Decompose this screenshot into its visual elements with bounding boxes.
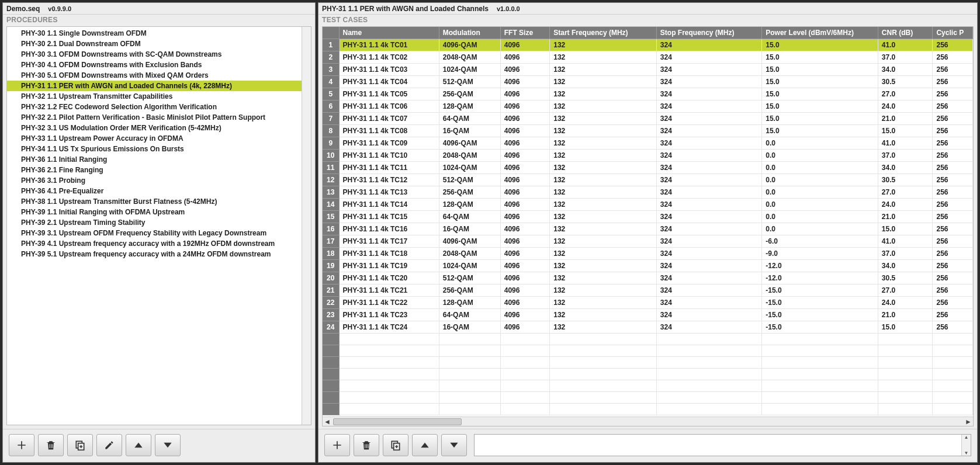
procedure-item[interactable]: PHY-39 3.1 Upstream OFDM Frequency Stabi… xyxy=(7,228,311,238)
table-cell[interactable]: 324 xyxy=(656,321,761,334)
table-cell[interactable]: 324 xyxy=(656,223,761,235)
table-cell[interactable]: 34.0 xyxy=(878,260,933,272)
table-cell[interactable]: 256 xyxy=(933,297,973,309)
procedure-item[interactable]: PHY-34 1.1 US Tx Spurious Emissions On B… xyxy=(7,144,311,154)
table-cell[interactable]: 4096 xyxy=(500,51,549,64)
table-cell[interactable]: 30.5 xyxy=(878,76,933,88)
table-cell[interactable]: 64-QAM xyxy=(439,309,500,321)
table-cell[interactable]: 132 xyxy=(550,162,657,174)
table-cell[interactable]: 324 xyxy=(656,248,761,260)
table-cell[interactable] xyxy=(339,357,439,369)
table-row[interactable]: 1PHY-31 1.1 4k TC014096-QAM409613232415.… xyxy=(323,39,973,51)
table-cell[interactable]: 1024-QAM xyxy=(439,162,500,174)
table-cell[interactable]: 324 xyxy=(656,137,761,150)
table-cell[interactable]: 4096 xyxy=(500,223,549,235)
table-cell[interactable] xyxy=(878,380,933,392)
table-cell[interactable]: 132 xyxy=(550,39,657,51)
procedure-item[interactable]: PHY-30 1.1 Single Downstream OFDM xyxy=(7,28,311,39)
table-cell[interactable]: 15.0 xyxy=(762,125,878,137)
table-cell[interactable]: PHY-31 1.1 4k TC09 xyxy=(339,137,439,150)
table-cell[interactable]: -12.0 xyxy=(762,272,878,284)
table-cell[interactable]: 30.5 xyxy=(878,272,933,284)
table-cell[interactable]: 324 xyxy=(656,260,761,272)
row-number-cell[interactable]: 10 xyxy=(323,150,339,162)
table-cell[interactable]: PHY-31 1.1 4k TC12 xyxy=(339,174,439,186)
row-number-cell[interactable] xyxy=(323,392,339,404)
table-cell[interactable]: 256 xyxy=(933,76,973,88)
table-cell[interactable]: 0.0 xyxy=(762,211,878,223)
table-cell[interactable]: 34.0 xyxy=(878,162,933,174)
table-cell[interactable]: PHY-31 1.1 4k TC13 xyxy=(339,186,439,199)
table-cell[interactable]: 324 xyxy=(656,39,761,51)
table-cell[interactable]: 324 xyxy=(656,125,761,137)
procedure-item[interactable]: PHY-30 3.1 OFDM Downstreams with SC-QAM … xyxy=(7,49,311,60)
row-number-cell[interactable]: 6 xyxy=(323,100,339,113)
table-cell[interactable] xyxy=(656,369,761,380)
table-cell[interactable] xyxy=(878,345,933,357)
procedure-item[interactable]: PHY-32 1.2 FEC Codeword Selection Algori… xyxy=(7,102,311,112)
table-row[interactable]: 5PHY-31 1.1 4k TC05256-QAM409613232415.0… xyxy=(323,88,973,100)
table-cell[interactable] xyxy=(500,404,549,415)
edit-procedure-button[interactable] xyxy=(96,434,122,456)
horizontal-scrollbar[interactable]: ◄ ► xyxy=(323,417,973,426)
table-cell[interactable] xyxy=(500,334,549,345)
table-row[interactable] xyxy=(323,357,973,369)
table-cell[interactable] xyxy=(500,392,549,404)
table-cell[interactable] xyxy=(656,380,761,392)
table-cell[interactable]: 132 xyxy=(550,113,657,125)
table-cell[interactable]: 256 xyxy=(933,235,973,248)
table-cell[interactable]: 132 xyxy=(550,100,657,113)
table-cell[interactable]: PHY-31 1.1 4k TC22 xyxy=(339,297,439,309)
table-row[interactable]: 6PHY-31 1.1 4k TC06128-QAM409613232415.0… xyxy=(323,100,973,113)
table-cell[interactable]: 324 xyxy=(656,272,761,284)
table-cell[interactable] xyxy=(656,392,761,404)
table-cell[interactable]: PHY-31 1.1 4k TC18 xyxy=(339,248,439,260)
table-cell[interactable]: 512-QAM xyxy=(439,76,500,88)
row-number-cell[interactable]: 20 xyxy=(323,272,339,284)
table-cell[interactable]: 30.5 xyxy=(878,174,933,186)
table-cell[interactable]: 27.0 xyxy=(878,284,933,297)
table-cell[interactable]: 132 xyxy=(550,186,657,199)
table-cell[interactable]: 128-QAM xyxy=(439,100,500,113)
table-cell[interactable] xyxy=(933,334,973,345)
table-cell[interactable]: PHY-31 1.1 4k TC07 xyxy=(339,113,439,125)
table-cell[interactable]: 24.0 xyxy=(878,100,933,113)
column-header[interactable]: Name xyxy=(339,27,439,39)
table-row[interactable]: 3PHY-31 1.1 4k TC031024-QAM409613232415.… xyxy=(323,64,973,76)
row-number-cell[interactable] xyxy=(323,357,339,369)
table-cell[interactable]: PHY-31 1.1 4k TC24 xyxy=(339,321,439,334)
table-cell[interactable]: 34.0 xyxy=(878,64,933,76)
table-cell[interactable]: -12.0 xyxy=(762,260,878,272)
table-cell[interactable]: -15.0 xyxy=(762,284,878,297)
table-cell[interactable]: PHY-31 1.1 4k TC21 xyxy=(339,284,439,297)
table-cell[interactable]: PHY-31 1.1 4k TC23 xyxy=(339,309,439,321)
table-row[interactable]: 20PHY-31 1.1 4k TC20512-QAM4096132324-12… xyxy=(323,272,973,284)
table-cell[interactable]: 256 xyxy=(933,248,973,260)
table-cell[interactable]: PHY-31 1.1 4k TC20 xyxy=(339,272,439,284)
table-cell[interactable] xyxy=(550,404,657,415)
table-cell[interactable] xyxy=(439,380,500,392)
table-cell[interactable]: 1024-QAM xyxy=(439,64,500,76)
table-cell[interactable]: 0.0 xyxy=(762,137,878,150)
table-cell[interactable]: 0.0 xyxy=(762,150,878,162)
table-cell[interactable]: PHY-31 1.1 4k TC14 xyxy=(339,199,439,211)
duplicate-procedure-button[interactable] xyxy=(67,434,93,456)
table-cell[interactable]: 256 xyxy=(933,321,973,334)
table-cell[interactable]: 324 xyxy=(656,64,761,76)
table-cell[interactable]: 324 xyxy=(656,76,761,88)
table-row[interactable]: 11PHY-31 1.1 4k TC111024-QAM40961323240.… xyxy=(323,162,973,174)
table-row[interactable]: 18PHY-31 1.1 4k TC182048-QAM4096132324-9… xyxy=(323,248,973,260)
table-cell[interactable]: 4096 xyxy=(500,284,549,297)
table-cell[interactable]: 21.0 xyxy=(878,309,933,321)
row-number-cell[interactable]: 19 xyxy=(323,260,339,272)
table-cell[interactable]: PHY-31 1.1 4k TC03 xyxy=(339,64,439,76)
column-header[interactable]: Cyclic P xyxy=(933,27,973,39)
table-cell[interactable]: 27.0 xyxy=(878,186,933,199)
table-cell[interactable]: 324 xyxy=(656,309,761,321)
table-cell[interactable]: PHY-31 1.1 4k TC10 xyxy=(339,150,439,162)
row-number-cell[interactable] xyxy=(323,345,339,357)
table-row[interactable]: 2PHY-31 1.1 4k TC022048-QAM409613232415.… xyxy=(323,51,973,64)
table-cell[interactable]: 256 xyxy=(933,137,973,150)
table-cell[interactable]: 132 xyxy=(550,150,657,162)
table-cell[interactable]: 15.0 xyxy=(878,125,933,137)
